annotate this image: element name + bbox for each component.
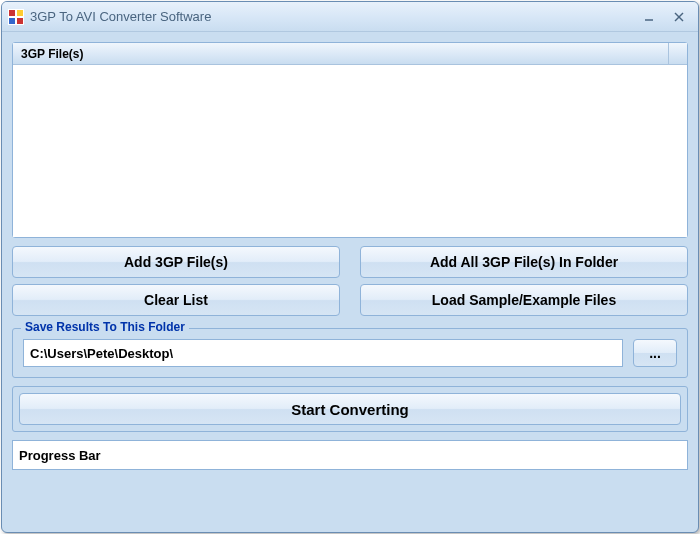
- start-panel: Start Converting: [12, 386, 688, 432]
- svg-rect-3: [9, 18, 15, 24]
- svg-rect-2: [17, 10, 23, 16]
- window-controls: [634, 7, 694, 27]
- clear-list-button[interactable]: Clear List: [12, 284, 340, 316]
- titlebar[interactable]: 3GP To AVI Converter Software: [2, 2, 698, 32]
- browse-button[interactable]: ...: [633, 339, 677, 367]
- list-column-header[interactable]: 3GP File(s): [13, 43, 669, 64]
- load-sample-button[interactable]: Load Sample/Example Files: [360, 284, 688, 316]
- add-folder-button[interactable]: Add All 3GP File(s) In Folder: [360, 246, 688, 278]
- app-window: 3GP To AVI Converter Software 3GP File(s…: [1, 1, 699, 533]
- path-row: ...: [23, 339, 677, 367]
- save-folder-section: Save Results To This Folder ...: [12, 328, 688, 378]
- button-grid: Add 3GP File(s) Add All 3GP File(s) In F…: [12, 246, 688, 316]
- progress-bar: Progress Bar: [12, 440, 688, 470]
- close-button[interactable]: [664, 7, 694, 27]
- list-header: 3GP File(s): [13, 43, 687, 65]
- file-list[interactable]: [13, 65, 687, 237]
- minimize-button[interactable]: [634, 7, 664, 27]
- start-converting-button[interactable]: Start Converting: [19, 393, 681, 425]
- progress-label: Progress Bar: [19, 448, 101, 463]
- save-path-input[interactable]: [23, 339, 623, 367]
- app-icon: [8, 9, 24, 25]
- window-title: 3GP To AVI Converter Software: [30, 9, 634, 24]
- save-folder-legend: Save Results To This Folder: [21, 320, 189, 334]
- list-column-spacer: [669, 43, 687, 64]
- file-list-panel: 3GP File(s): [12, 42, 688, 238]
- add-files-button[interactable]: Add 3GP File(s): [12, 246, 340, 278]
- svg-rect-4: [17, 18, 23, 24]
- svg-rect-1: [9, 10, 15, 16]
- content-area: 3GP File(s) Add 3GP File(s) Add All 3GP …: [2, 32, 698, 532]
